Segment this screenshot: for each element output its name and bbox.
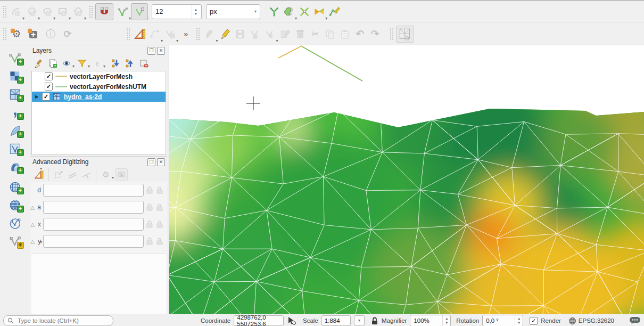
add-virtual-layer-button[interactable]: + [5,140,26,158]
filter-by-expression-button[interactable]: ε [91,57,104,70]
snapping-mode-button[interactable] [115,4,130,19]
new-temporary-scratch-layer-button[interactable]: ✳ [5,233,26,250]
add-wms-layer-button[interactable]: + [5,158,26,176]
layer-styling-button[interactable] [32,57,45,70]
add-wfs-layer-button[interactable]: + [5,197,26,214]
angle-input[interactable] [43,201,144,214]
advanced-digitizing-toolbar-button[interactable] [133,27,147,42]
locator-box[interactable] [3,315,113,326]
paste-features-button[interactable] [337,27,352,42]
distance-input[interactable] [43,184,144,197]
enable-snapping-button[interactable] [95,3,113,20]
add-vector-tile-layer-button[interactable] [5,215,26,232]
lock-button[interactable] [146,185,153,195]
topological-editing-button[interactable] [267,4,282,19]
lock-button[interactable] [146,202,153,213]
modify-attributes-button[interactable] [278,27,293,42]
regular-polygon-tool-button[interactable] [71,4,86,19]
edit-mesh-button[interactable] [396,26,414,43]
crs-button[interactable]: EPSG:32620 [568,317,614,325]
self-snapping-button[interactable] [312,4,327,19]
snapping-tolerance-input[interactable] [152,7,192,15]
collapse-all-button[interactable] [123,57,136,70]
circle-tool-button[interactable] [24,4,39,19]
map-canvas[interactable] [169,45,644,314]
add-raster-layer-button[interactable]: + [5,68,26,85]
repeating-lock-button[interactable] [155,219,163,230]
undo-button[interactable]: ↶ [352,27,367,42]
toolbar-drag-handle[interactable] [126,28,130,40]
expand-all-button[interactable] [110,57,122,70]
toolbar-overflow-button[interactable]: » [184,29,188,38]
circular-string-tool-button[interactable] [9,4,24,19]
layer-checkbox[interactable]: ✓ [45,83,53,91]
rotation-spinbox[interactable]: 0,0 ° ▲ ▼ [482,315,523,326]
ellipse-tool-button[interactable] [40,4,55,19]
filter-legend-button[interactable] [76,57,88,70]
spin-up-icon[interactable]: ▲ [443,316,450,321]
snapping-type-button[interactable] [131,3,148,20]
snapping-on-intersection-button[interactable] [297,4,312,19]
refresh-layer-button[interactable]: ⟳ [60,27,75,42]
redo-button[interactable]: ↷ [367,27,382,42]
add-record-button[interactable] [26,27,41,42]
cad-floater-button[interactable] [115,168,128,181]
scale-dropdown-button[interactable]: ▾ [354,315,365,326]
snapping-tolerance-spinbox[interactable]: ▲ ▼ [152,4,202,19]
repeating-lock-button[interactable] [155,236,163,247]
vertex-tool-button[interactable] [262,27,277,42]
spin-down-icon[interactable]: ▼ [443,321,450,325]
lock-button[interactable] [146,236,153,247]
toggle-editing-button[interactable] [218,27,233,42]
close-panel-button[interactable]: ✕ [157,158,165,166]
scale-combo[interactable]: 1:884 [321,315,351,326]
move-feature-button[interactable] [163,27,178,42]
magnifier-spinbox[interactable]: 100% ▲ ▼ [410,315,451,326]
add-wcs-layer-button[interactable]: + [5,178,26,196]
x-input[interactable] [43,218,144,231]
avoid-overlap-button[interactable] [282,4,296,19]
toolbar-drag-handle[interactable] [3,5,6,18]
messages-button[interactable] [629,316,641,325]
render-checkbox[interactable]: ✓ [530,317,538,325]
add-feature-button[interactable] [247,27,262,42]
toolbar-drag-handle[interactable] [3,28,6,40]
layer-label[interactable]: hydro_as-2d [64,93,102,101]
tracing-button[interactable] [327,4,342,19]
digitize-with-curve-button[interactable] [147,27,162,42]
current-edits-button[interactable] [202,27,217,42]
delete-selected-button[interactable] [293,27,308,42]
rectangle-tool-button[interactable] [55,4,70,19]
copy-features-button[interactable] [323,27,337,42]
close-panel-button[interactable]: ✕ [157,47,165,55]
locator-input[interactable] [16,317,109,324]
spin-up-icon[interactable]: ▲ [192,7,200,12]
toolbar-drag-handle[interactable] [89,5,93,18]
layer-checkbox[interactable]: ✓ [45,72,53,80]
y-input[interactable] [43,235,144,248]
spin-arrows[interactable]: ▲ ▼ [192,5,200,19]
perpendicular-button[interactable] [80,168,93,181]
add-delimited-text-layer-button[interactable]: , + [5,104,26,121]
lock-button[interactable] [146,219,153,230]
lock-scale-button[interactable] [371,317,378,325]
spin-arrows[interactable]: ▲ ▼ [515,315,523,326]
remove-layer-button[interactable] [137,57,150,70]
add-spatialite-layer-button[interactable]: + [5,122,26,140]
layer-row[interactable]: ✓ vectorLayerForMesh [32,71,166,82]
float-panel-button[interactable]: ❐ [147,47,155,55]
parallel-button[interactable] [66,168,79,181]
layer-checkbox[interactable]: ✓ [42,93,50,101]
layer-styling-options-button[interactable]: ⚙ [9,27,24,42]
spin-up-icon[interactable]: ▲ [515,316,523,321]
layers-panel-titlebar[interactable]: Layers ❐ ✕ [30,45,167,56]
toolbar-drag-handle[interactable] [390,28,393,40]
expand-arrow-icon[interactable]: ▶ [35,94,39,99]
manage-map-themes-button[interactable] [60,57,73,70]
construction-mode-button[interactable] [52,168,65,181]
cut-features-button[interactable]: ✂ [308,27,323,42]
layer-row-selected[interactable]: ▶ ✓ hydro_as-2d [32,92,166,102]
repeating-lock-button[interactable] [155,185,163,195]
feature-info-button[interactable]: ⓘ [43,27,58,42]
float-panel-button[interactable]: ❐ [147,158,155,166]
